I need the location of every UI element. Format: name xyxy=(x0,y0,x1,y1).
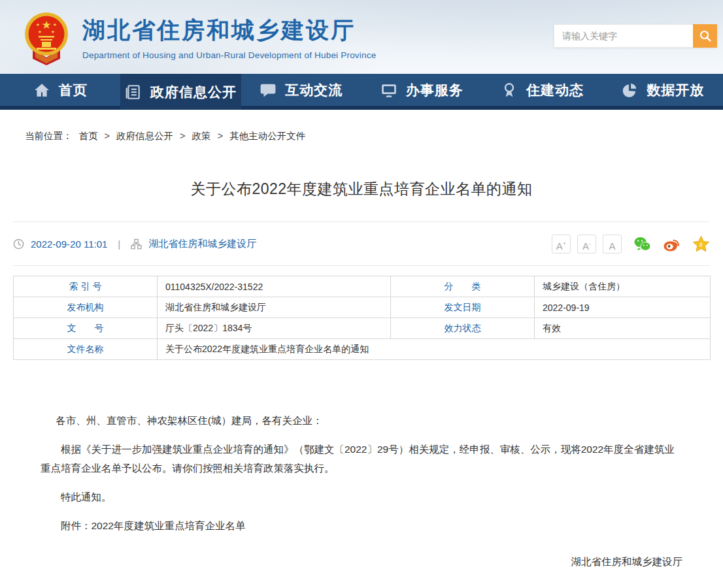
nav-item-interaction[interactable]: 互动交流 xyxy=(241,74,362,106)
svg-text:★: ★ xyxy=(53,22,57,27)
article-info-bar: 2022-09-20 11:01 | 湖北省住房和城乡建设厅 A+ A- A xyxy=(13,222,710,265)
clock-icon xyxy=(13,238,24,250)
medal-icon xyxy=(501,82,518,99)
breadcrumb-separator: > xyxy=(218,131,223,141)
site-header: ★ ★ ★ ★ ★ 湖北省住房和城乡建设厅 Department of Hous… xyxy=(0,0,723,74)
search-box xyxy=(554,24,717,48)
signature-block: 湖北省住房和城乡建设厅 2022年9月19日 xyxy=(41,552,682,588)
meta-value-doc-title: 关于公布2022年度建筑业重点培育企业名单的通知 xyxy=(158,339,711,360)
meta-label-publisher: 发布机构 xyxy=(14,297,158,318)
table-row: 文 号 厅头〔2022〕1834号 效力状态 有效 xyxy=(14,318,711,339)
divider xyxy=(13,265,710,266)
pie-chart-icon xyxy=(621,82,638,99)
meta-value-category: 城乡建设（含住房） xyxy=(535,276,711,297)
nav-label: 住建动态 xyxy=(526,81,584,99)
svg-text:★: ★ xyxy=(41,19,51,31)
body-paragraph: 根据《关于进一步加强建筑业重点企业培育的通知》（鄂建文〔2022〕29号）相关规… xyxy=(41,440,682,478)
nav-label: 数据开放 xyxy=(647,81,704,99)
breadcrumb-gov-info[interactable]: 政府信息公开 xyxy=(116,131,173,141)
nav-label: 互动交流 xyxy=(285,81,343,99)
nav-label: 首页 xyxy=(59,81,88,99)
table-row: 文件名称 关于公布2022年度建筑业重点培育企业名单的通知 xyxy=(14,339,711,360)
document-meta-table: 索 引 号 01104325X/2022-31522 分 类 城乡建设（含住房）… xyxy=(13,276,711,360)
source-sitemap-icon xyxy=(131,238,142,250)
table-row: 索 引 号 01104325X/2022-31522 分 类 城乡建设（含住房） xyxy=(14,276,711,297)
nav-label: 政府信息公开 xyxy=(150,83,237,101)
breadcrumb-current[interactable]: 其他主动公开文件 xyxy=(229,131,305,141)
article-title: 关于公布2022年度建筑业重点培育企业名单的通知 xyxy=(0,179,723,199)
nav-item-services[interactable]: 办事服务 xyxy=(362,74,482,106)
publish-info: 2022-09-20 11:01 | 湖北省住房和城乡建设厅 xyxy=(13,238,256,250)
meta-value-publisher: 湖北省住房和城乡建设厅 xyxy=(158,297,391,318)
wechat-icon[interactable] xyxy=(633,235,651,253)
meta-value-index-no: 01104325X/2022-31522 xyxy=(158,276,391,297)
home-icon xyxy=(33,82,50,99)
document-icon xyxy=(125,84,142,101)
nav-item-open-data[interactable]: 数据开放 xyxy=(603,74,723,106)
search-input[interactable] xyxy=(554,24,693,48)
salutation: 各市、州、直管市、神农架林区住(城）建局，各有关企业： xyxy=(41,411,682,430)
magnifier-icon xyxy=(699,29,712,42)
svg-text:★: ★ xyxy=(51,29,55,34)
main-nav: 首页 政府信息公开 互动交流 办事服务 住建动态 xyxy=(0,74,723,110)
nav-item-gov-info[interactable]: 政府信息公开 xyxy=(120,74,241,110)
meta-label-category: 分 类 xyxy=(391,276,535,297)
font-increase-button[interactable]: A+ xyxy=(552,235,571,253)
site-subtitle: Department of Housing and Urban-Rural De… xyxy=(82,50,376,60)
publish-source: 湖北省住房和城乡建设厅 xyxy=(148,238,256,250)
monitor-icon xyxy=(380,82,397,99)
breadcrumb: 当前位置： 首页 > 政府信息公开 > 政策 > 其他主动公开文件 xyxy=(25,130,723,142)
chat-bubble-icon xyxy=(260,82,277,99)
weibo-icon[interactable] xyxy=(663,235,681,253)
search-button[interactable] xyxy=(693,24,717,48)
signature-org: 湖北省住房和城乡建设厅 xyxy=(41,552,682,571)
svg-text:z: z xyxy=(699,241,703,248)
meta-value-validity: 有效 xyxy=(535,318,711,339)
meta-label-doc-title: 文件名称 xyxy=(14,339,158,360)
qzone-star-icon[interactable]: z xyxy=(692,235,710,253)
meta-value-doc-no: 厅头〔2022〕1834号 xyxy=(158,318,391,339)
article-tools: A+ A- A z xyxy=(552,235,710,253)
closing-line: 特此通知。 xyxy=(41,487,682,506)
national-emblem-logo[interactable]: ★ ★ ★ ★ ★ xyxy=(22,12,71,65)
meta-label-index-no: 索 引 号 xyxy=(14,276,158,297)
breadcrumb-separator: > xyxy=(180,131,185,141)
svg-text:★: ★ xyxy=(36,22,40,27)
nav-item-home[interactable]: 首页 xyxy=(0,74,120,106)
table-row: 发布机构 湖北省住房和城乡建设厅 发文日期 2022-09-19 xyxy=(14,297,711,318)
nav-item-news[interactable]: 住建动态 xyxy=(482,74,602,106)
breadcrumb-separator: > xyxy=(105,131,110,141)
info-separator: | xyxy=(118,238,120,250)
meta-label-validity: 效力状态 xyxy=(391,318,535,339)
breadcrumb-policy[interactable]: 政策 xyxy=(192,131,211,141)
font-reset-button[interactable]: A xyxy=(603,235,622,253)
attachment-line: 附件：2022年度建筑业重点培育企业名单 xyxy=(41,516,682,535)
meta-value-issue-date: 2022-09-19 xyxy=(535,297,711,318)
svg-text:★: ★ xyxy=(38,29,42,34)
meta-label-issue-date: 发文日期 xyxy=(391,297,535,318)
breadcrumb-prefix: 当前位置： xyxy=(25,131,73,141)
font-decrease-button[interactable]: A- xyxy=(577,235,596,253)
document-body: 各市、州、直管市、神农架林区住(城）建局，各有关企业： 根据《关于进一步加强建筑… xyxy=(0,411,723,588)
meta-label-doc-no: 文 号 xyxy=(14,318,158,339)
breadcrumb-home[interactable]: 首页 xyxy=(79,131,98,141)
site-title: 湖北省住房和城乡建设厅 xyxy=(82,15,376,46)
nav-label: 办事服务 xyxy=(406,81,463,99)
publish-time: 2022-09-20 11:01 xyxy=(31,238,107,250)
